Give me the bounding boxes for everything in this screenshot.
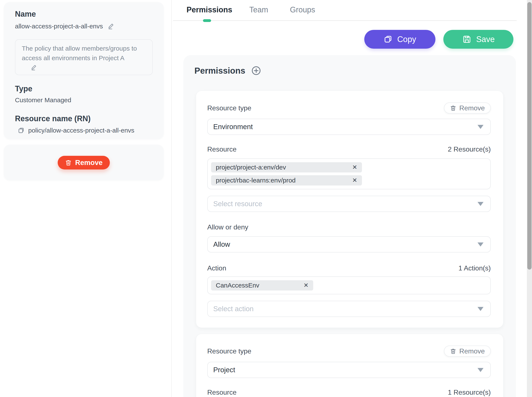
danger-zone-card: Remove <box>4 145 164 180</box>
active-tab-indicator <box>203 19 211 22</box>
chevron-down-icon <box>477 307 483 311</box>
chevron-down-icon <box>477 242 483 247</box>
policy-info-card: Name allow-access-project-a-all-envs The… <box>4 2 164 139</box>
remove-policy-label: Remove <box>75 159 102 167</box>
allow-or-deny-select[interactable]: Allow <box>207 236 491 253</box>
tab-team[interactable]: Team <box>249 5 268 14</box>
tab-bar-divider <box>173 20 517 21</box>
resource-label: Resource <box>207 388 236 396</box>
resource-tag: project/rbac-learns:env/prod ✕ <box>211 175 362 186</box>
resource-type-select[interactable]: Environment <box>207 119 491 135</box>
edit-description-pencil-icon[interactable] <box>31 64 147 71</box>
tab-permissions[interactable]: Permissions <box>187 5 232 14</box>
resource-count: 1 Resource(s) <box>448 388 491 396</box>
save-button[interactable]: Save <box>443 30 513 49</box>
action-label: Action <box>207 264 226 272</box>
rn-value: policy/allow-access-project-a-all-envs <box>28 126 134 135</box>
description-text: The policy that allow members/groups to … <box>22 43 147 63</box>
tab-groups[interactable]: Groups <box>290 5 315 14</box>
chevron-down-icon <box>477 368 483 372</box>
resource-tag-label: project/project-a:env/dev <box>216 164 286 171</box>
edit-name-pencil-icon[interactable] <box>108 23 115 30</box>
chevron-down-icon <box>477 125 483 129</box>
resource-type-label: Resource type <box>207 104 251 112</box>
resource-count: 2 Resource(s) <box>448 145 491 153</box>
resource-select-placeholder: Select resource <box>213 200 262 208</box>
permissions-panel: Permissions Resource type Remove <box>183 55 516 397</box>
permission-block: Resource type Remove Environment Resourc… <box>196 91 503 328</box>
remove-policy-button[interactable]: Remove <box>58 156 110 169</box>
action-tags-box: CanAccessEnv ✕ <box>207 276 491 294</box>
permission-block: Resource type Remove Project Resource 1 … <box>196 334 503 397</box>
action-count: 1 Action(s) <box>458 264 491 272</box>
copy-icon <box>384 35 393 44</box>
resource-type-value: Environment <box>213 123 253 131</box>
chevron-down-icon <box>477 202 483 206</box>
sidebar-divider <box>171 0 172 397</box>
remove-tag-icon[interactable]: ✕ <box>352 164 357 170</box>
name-heading: Name <box>15 9 156 19</box>
save-icon <box>462 35 472 44</box>
copy-label: Copy <box>397 35 416 44</box>
scrollbar-thumb[interactable] <box>527 2 532 270</box>
copy-button[interactable]: Copy <box>364 30 435 49</box>
remove-tag-icon[interactable]: ✕ <box>352 177 357 183</box>
action-select[interactable]: Select action <box>207 301 491 317</box>
copy-rn-icon[interactable] <box>18 127 24 134</box>
allow-or-deny-value: Allow <box>213 240 230 248</box>
resource-select[interactable]: Select resource <box>207 196 491 212</box>
permissions-heading: Permissions <box>194 66 245 75</box>
remove-permission-button[interactable]: Remove <box>444 346 491 357</box>
policy-name-value: allow-access-project-a-all-envs <box>15 22 103 30</box>
resource-type-label: Resource type <box>207 347 251 355</box>
resource-label: Resource <box>207 145 236 153</box>
remove-permission-label: Remove <box>459 104 485 112</box>
action-tag: CanAccessEnv ✕ <box>211 280 313 291</box>
trash-icon <box>65 159 72 166</box>
resource-type-select[interactable]: Project <box>207 362 491 378</box>
trash-icon <box>450 105 456 111</box>
type-heading: Type <box>15 84 156 93</box>
resource-tag-label: project/rbac-learns:env/prod <box>216 177 296 184</box>
remove-tag-icon[interactable]: ✕ <box>304 282 309 288</box>
add-permission-button[interactable] <box>251 65 261 76</box>
remove-permission-button[interactable]: Remove <box>444 102 491 114</box>
description-box[interactable]: The policy that allow members/groups to … <box>15 39 153 75</box>
resource-type-value: Project <box>213 366 235 374</box>
save-label: Save <box>476 35 495 44</box>
action-tag-label: CanAccessEnv <box>216 282 259 289</box>
resource-tag: project/project-a:env/dev ✕ <box>211 162 362 173</box>
trash-icon <box>450 348 456 354</box>
allow-or-deny-label: Allow or deny <box>207 223 248 231</box>
remove-permission-label: Remove <box>459 347 485 355</box>
action-select-placeholder: Select action <box>213 305 253 313</box>
resource-tags-box: project/project-a:env/dev ✕ project/rbac… <box>207 158 491 189</box>
rn-heading: Resource name (RN) <box>15 114 156 123</box>
type-value: Customer Managed <box>15 96 156 104</box>
